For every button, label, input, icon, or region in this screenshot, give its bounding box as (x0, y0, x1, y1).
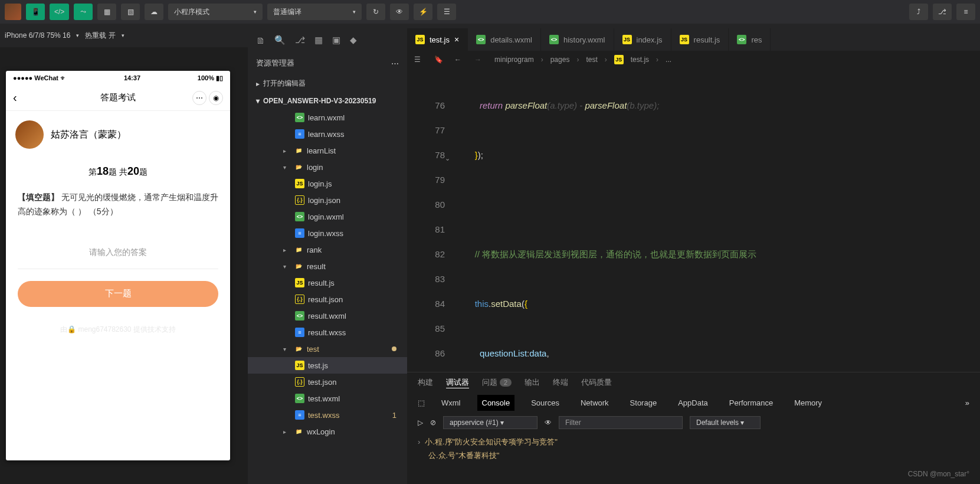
clear-console-icon[interactable]: ⊘ (430, 418, 436, 427)
tab-quality[interactable]: 代码质量 (581, 377, 612, 388)
tab-debugger[interactable]: 调试器 (446, 377, 469, 388)
console-toolbar: ▷ ⊘ appservice (#1) ▾ 👁 Filter Default l… (407, 413, 980, 433)
file-item[interactable]: <>test.wxml (248, 390, 407, 407)
folder-item[interactable]: ▸📁wxLogin (248, 423, 407, 440)
file-item[interactable]: ≡login.wxss (248, 225, 407, 241)
devtab-wxml[interactable]: Wxml (437, 395, 466, 411)
devtab-memory[interactable]: Memory (789, 395, 827, 411)
layout2-button[interactable]: ▧ (121, 4, 140, 20)
device-select[interactable]: iPhone 6/7/8 75% 16▾ (5, 31, 79, 40)
files-icon[interactable]: 🗎 (256, 35, 265, 45)
file-item[interactable]: {.}result.json (248, 291, 407, 308)
bottom-panel: 构建 调试器 问题2 输出 终端 代码质量 ⬚ Wxml Console Sou… (407, 372, 980, 484)
sim-user-row: 姑苏洛言（蒙蒙） (6, 111, 230, 158)
devtab-storage[interactable]: Storage (625, 395, 662, 411)
file-item[interactable]: <>result.wxml (248, 308, 407, 324)
extensions-icon[interactable]: ▦ (314, 35, 323, 45)
file-item[interactable]: ≡learn.wxss (248, 126, 407, 142)
sim-footer: 由🔒 meng674782630 提供技术支持 (6, 319, 230, 341)
clear-cache-button[interactable]: ☰ (437, 4, 456, 20)
eye-icon[interactable]: 👁 (545, 418, 552, 427)
context-select[interactable]: appservice (#1) ▾ (443, 416, 537, 429)
next-button[interactable]: 下一题 (18, 281, 218, 307)
docker-icon[interactable]: ◆ (350, 35, 357, 45)
devtab-console[interactable]: Console (477, 395, 515, 411)
close-icon[interactable]: × (454, 35, 459, 44)
bottom-panel-tabs: 构建 调试器 问题2 输出 终端 代码质量 (407, 372, 980, 393)
real-device-button[interactable]: ⚡ (414, 4, 432, 20)
tab-terminal[interactable]: 终端 (553, 377, 568, 388)
folder-item[interactable]: ▾📂result (248, 258, 407, 274)
mode-select[interactable]: 小程序模式▾ (168, 4, 263, 20)
file-item[interactable]: {.}login.json (248, 192, 407, 208)
layout-icon[interactable]: ▣ (332, 35, 340, 45)
nav-fwd-icon[interactable]: → (474, 55, 487, 64)
preview-button[interactable]: 👁 (390, 4, 409, 20)
tab-test-js[interactable]: JStest.js× (407, 28, 468, 51)
watermark: CSDN @mon_star° (908, 470, 969, 478)
layout-button[interactable]: ▦ (97, 4, 116, 20)
activity-bar: 🗎 🔍 ⎇ ▦ ▣ ◆ (248, 28, 407, 52)
filter-input[interactable]: Filter (559, 416, 683, 429)
devtab-network[interactable]: Network (576, 395, 614, 411)
file-item[interactable]: JSlogin.js (248, 175, 407, 192)
explorer-title: 资源管理器 ⋯ (248, 52, 407, 74)
refresh-button[interactable]: ↻ (366, 4, 385, 20)
devtab-sources[interactable]: Sources (526, 395, 564, 411)
debugger-toggle-button[interactable]: ⤳ (74, 4, 93, 20)
folder-item[interactable]: ▸📁learnList (248, 142, 407, 159)
fold-caret-icon[interactable]: ⌄ (445, 149, 450, 168)
file-item[interactable]: <>login.wxml (248, 208, 407, 225)
menu-button[interactable]: ≡ (956, 4, 975, 20)
devtab-performance[interactable]: Performance (725, 395, 778, 411)
more-icon[interactable]: ⋯ (391, 59, 399, 68)
project-avatar[interactable] (5, 4, 21, 20)
simulator: ●●●●● WeChat ᯤ 14:37 100% ▮▯ ‹ 答题考试 ⋯◉ 姑… (6, 71, 230, 460)
simulator-toggle-button[interactable]: 📱 (26, 4, 45, 20)
sim-page-title: 答题考试 (100, 92, 136, 103)
hotreload-select[interactable]: 热重载 开▾ (85, 31, 124, 41)
file-item[interactable]: <>learn.wxml (248, 109, 407, 126)
play-icon[interactable]: ▷ (418, 418, 423, 427)
code-editor[interactable]: ⌄ 7677787980818283848586 return parseFlo… (407, 68, 980, 372)
file-item-active[interactable]: JStest.js (248, 357, 407, 374)
file-item[interactable]: {.}test.json (248, 374, 407, 390)
search-icon[interactable]: 🔍 (274, 35, 286, 45)
file-item[interactable]: ≡test.wxss1 (248, 407, 407, 423)
capsule[interactable]: ⋯◉ (192, 91, 223, 105)
tab-output[interactable]: 输出 (525, 377, 540, 388)
upload-button[interactable]: ⤴ (909, 4, 928, 20)
tab-build[interactable]: 构建 (418, 377, 433, 388)
inspect-icon[interactable]: ⬚ (418, 398, 425, 407)
git-branch-icon[interactable]: ⎇ (295, 35, 305, 45)
bookmark-icon[interactable]: 🔖 (434, 55, 447, 64)
cloud-button[interactable]: ☁ (145, 4, 163, 20)
file-item[interactable]: ≡result.wxss (248, 324, 407, 341)
console-log: ›小.程.序"防火安全知识专项学习与竞答" 公.众.号"木番薯科技" (407, 433, 980, 465)
code-content[interactable]: return parseFloat(a.type) - parseFloat(b… (460, 68, 980, 372)
tab-result-js[interactable]: JSresult.js (671, 28, 729, 51)
tab-details-wxml[interactable]: <>details.wxml (468, 28, 541, 51)
devtab-appdata[interactable]: AppData (673, 395, 713, 411)
levels-select[interactable]: Default levels ▾ (690, 416, 761, 429)
folder-item[interactable]: ▸📁rank (248, 241, 407, 258)
tab-index-js[interactable]: JSindex.js (614, 28, 671, 51)
file-item[interactable]: JSresult.js (248, 274, 407, 291)
tab-problems[interactable]: 问题2 (482, 377, 512, 388)
list-icon[interactable]: ☰ (414, 55, 427, 64)
open-editors-section[interactable]: ▸打开的编辑器 (248, 74, 407, 93)
folder-item[interactable]: ▾📂test (248, 341, 407, 357)
folder-item[interactable]: ▾📂login (248, 159, 407, 175)
nav-back-icon[interactable]: ← (454, 55, 467, 64)
answer-input[interactable]: 请输入您的答案 (18, 237, 218, 269)
back-icon[interactable]: ‹ (13, 91, 17, 104)
tab-history-wxml[interactable]: <>history.wxml (541, 28, 614, 51)
devtools-tabs: ⬚ Wxml Console Sources Network Storage A… (407, 393, 980, 413)
tab-res-trunc[interactable]: <>res (729, 28, 771, 51)
line-gutter: 7677787980818283848586 (407, 68, 460, 372)
editor-toggle-button[interactable]: </> (50, 4, 69, 20)
more-tabs-icon[interactable]: » (965, 398, 969, 407)
project-section[interactable]: ▾OPEN_ANSWER-HD-V3-20230519 (248, 93, 407, 109)
compile-select[interactable]: 普通编译▾ (267, 4, 362, 20)
version-button[interactable]: ⎇ (933, 4, 952, 20)
